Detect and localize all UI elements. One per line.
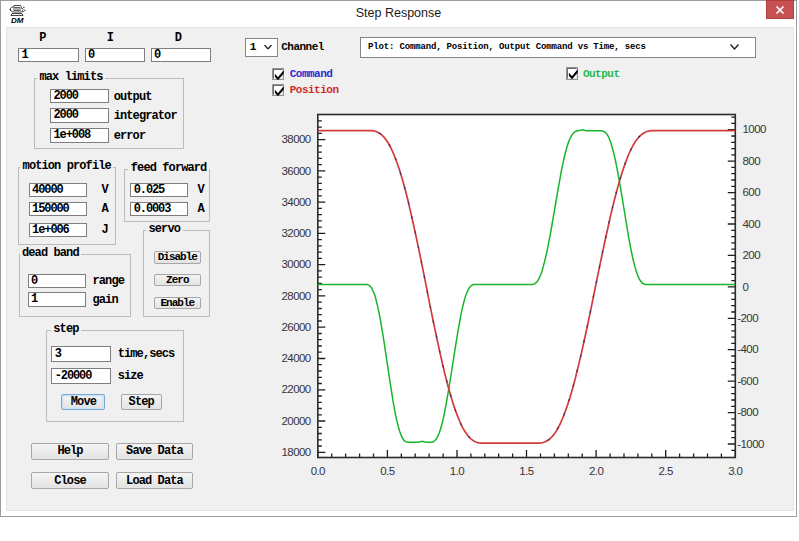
svg-text:800: 800 bbox=[743, 155, 761, 167]
svg-text:36000: 36000 bbox=[281, 165, 310, 177]
svg-text:32000: 32000 bbox=[281, 227, 310, 239]
svg-text:2.0: 2.0 bbox=[589, 465, 603, 477]
svg-text:30000: 30000 bbox=[281, 258, 310, 270]
svg-text:2.5: 2.5 bbox=[659, 465, 673, 477]
svg-text:1000: 1000 bbox=[743, 123, 767, 135]
svg-text:-200: -200 bbox=[737, 312, 758, 324]
svg-text:400: 400 bbox=[743, 218, 761, 230]
svg-text:-400: -400 bbox=[737, 343, 758, 355]
svg-text:18000: 18000 bbox=[281, 446, 310, 458]
svg-text:600: 600 bbox=[743, 186, 761, 198]
svg-text:3.0: 3.0 bbox=[728, 465, 742, 477]
svg-text:0.0: 0.0 bbox=[311, 465, 325, 477]
svg-text:38000: 38000 bbox=[281, 133, 310, 145]
svg-text:0: 0 bbox=[743, 281, 749, 293]
svg-text:26000: 26000 bbox=[281, 321, 310, 333]
svg-text:-800: -800 bbox=[737, 406, 758, 418]
svg-text:1.5: 1.5 bbox=[519, 465, 533, 477]
svg-text:1.0: 1.0 bbox=[450, 465, 464, 477]
svg-text:-1000: -1000 bbox=[737, 438, 764, 450]
svg-text:34000: 34000 bbox=[281, 196, 310, 208]
svg-text:28000: 28000 bbox=[281, 290, 310, 302]
svg-text:22000: 22000 bbox=[281, 383, 310, 395]
svg-text:-600: -600 bbox=[737, 375, 758, 387]
svg-text:24000: 24000 bbox=[281, 352, 310, 364]
svg-text:20000: 20000 bbox=[281, 415, 310, 427]
svg-text:200: 200 bbox=[743, 249, 761, 261]
svg-text:0.5: 0.5 bbox=[380, 465, 394, 477]
